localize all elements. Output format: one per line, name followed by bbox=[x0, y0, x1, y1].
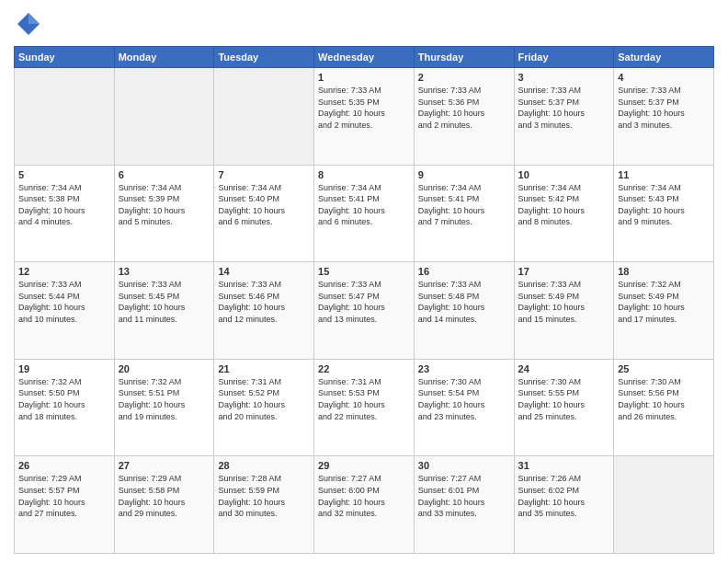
day-number: 1 bbox=[318, 72, 410, 83]
calendar-cell: 30Sunrise: 7:27 AM Sunset: 6:01 PM Dayli… bbox=[414, 456, 514, 554]
calendar-cell bbox=[114, 68, 214, 166]
day-number: 11 bbox=[618, 169, 710, 180]
cell-details: Sunrise: 7:33 AM Sunset: 5:49 PM Dayligh… bbox=[518, 279, 610, 325]
calendar-cell: 14Sunrise: 7:33 AM Sunset: 5:46 PM Dayli… bbox=[214, 262, 314, 360]
cell-details: Sunrise: 7:34 AM Sunset: 5:43 PM Dayligh… bbox=[618, 182, 710, 228]
calendar-week-5: 26Sunrise: 7:29 AM Sunset: 5:57 PM Dayli… bbox=[15, 456, 714, 554]
cell-details: Sunrise: 7:34 AM Sunset: 5:39 PM Dayligh… bbox=[119, 182, 210, 228]
day-number: 16 bbox=[418, 266, 510, 277]
calendar-table: SundayMondayTuesdayWednesdayThursdayFrid… bbox=[14, 46, 714, 554]
day-number: 29 bbox=[318, 460, 410, 471]
calendar-cell: 29Sunrise: 7:27 AM Sunset: 6:00 PM Dayli… bbox=[314, 456, 415, 554]
day-number: 9 bbox=[418, 169, 510, 180]
day-number: 17 bbox=[518, 266, 610, 277]
cell-details: Sunrise: 7:32 AM Sunset: 5:50 PM Dayligh… bbox=[18, 376, 110, 422]
day-number: 24 bbox=[518, 363, 610, 374]
day-number: 13 bbox=[119, 266, 210, 277]
day-of-week-row: SundayMondayTuesdayWednesdayThursdayFrid… bbox=[15, 47, 714, 68]
day-number: 14 bbox=[218, 266, 310, 277]
calendar-cell: 27Sunrise: 7:29 AM Sunset: 5:58 PM Dayli… bbox=[114, 456, 214, 554]
day-header-tuesday: Tuesday bbox=[214, 47, 314, 68]
cell-details: Sunrise: 7:33 AM Sunset: 5:44 PM Dayligh… bbox=[18, 279, 110, 325]
day-number: 7 bbox=[218, 169, 310, 180]
day-header-sunday: Sunday bbox=[15, 47, 115, 68]
cell-details: Sunrise: 7:27 AM Sunset: 6:00 PM Dayligh… bbox=[318, 473, 410, 519]
cell-details: Sunrise: 7:34 AM Sunset: 5:41 PM Dayligh… bbox=[418, 182, 510, 228]
cell-details: Sunrise: 7:33 AM Sunset: 5:48 PM Dayligh… bbox=[418, 279, 510, 325]
day-header-friday: Friday bbox=[514, 47, 614, 68]
calendar-cell: 25Sunrise: 7:30 AM Sunset: 5:56 PM Dayli… bbox=[614, 359, 714, 456]
calendar-cell bbox=[614, 456, 714, 554]
calendar-cell: 6Sunrise: 7:34 AM Sunset: 5:39 PM Daylig… bbox=[114, 165, 214, 262]
calendar-cell: 17Sunrise: 7:33 AM Sunset: 5:49 PM Dayli… bbox=[514, 262, 614, 360]
cell-details: Sunrise: 7:34 AM Sunset: 5:42 PM Dayligh… bbox=[518, 182, 610, 228]
calendar-cell: 22Sunrise: 7:31 AM Sunset: 5:53 PM Dayli… bbox=[314, 359, 415, 456]
calendar-cell: 13Sunrise: 7:33 AM Sunset: 5:45 PM Dayli… bbox=[114, 262, 214, 360]
calendar-cell: 12Sunrise: 7:33 AM Sunset: 5:44 PM Dayli… bbox=[15, 262, 115, 360]
calendar-cell: 23Sunrise: 7:30 AM Sunset: 5:54 PM Dayli… bbox=[414, 359, 514, 456]
day-number: 28 bbox=[218, 460, 310, 471]
day-header-monday: Monday bbox=[114, 47, 214, 68]
day-number: 25 bbox=[618, 363, 710, 374]
calendar-cell: 31Sunrise: 7:26 AM Sunset: 6:02 PM Dayli… bbox=[514, 456, 614, 554]
day-number: 2 bbox=[418, 72, 510, 83]
cell-details: Sunrise: 7:33 AM Sunset: 5:37 PM Dayligh… bbox=[618, 85, 710, 131]
cell-details: Sunrise: 7:34 AM Sunset: 5:40 PM Dayligh… bbox=[218, 182, 310, 228]
day-number: 19 bbox=[18, 363, 110, 374]
day-number: 5 bbox=[18, 169, 110, 180]
cell-details: Sunrise: 7:26 AM Sunset: 6:02 PM Dayligh… bbox=[518, 473, 610, 519]
day-number: 21 bbox=[218, 363, 310, 374]
day-number: 18 bbox=[618, 266, 710, 277]
day-header-wednesday: Wednesday bbox=[314, 47, 415, 68]
cell-details: Sunrise: 7:29 AM Sunset: 5:58 PM Dayligh… bbox=[119, 473, 210, 519]
day-number: 20 bbox=[119, 363, 210, 374]
cell-details: Sunrise: 7:33 AM Sunset: 5:45 PM Dayligh… bbox=[119, 279, 210, 325]
cell-details: Sunrise: 7:33 AM Sunset: 5:46 PM Dayligh… bbox=[218, 279, 310, 325]
cell-details: Sunrise: 7:30 AM Sunset: 5:56 PM Dayligh… bbox=[618, 376, 710, 422]
day-number: 4 bbox=[618, 72, 710, 83]
calendar-cell: 11Sunrise: 7:34 AM Sunset: 5:43 PM Dayli… bbox=[614, 165, 714, 262]
day-number: 12 bbox=[18, 266, 110, 277]
calendar-cell: 9Sunrise: 7:34 AM Sunset: 5:41 PM Daylig… bbox=[414, 165, 514, 262]
day-number: 31 bbox=[518, 460, 610, 471]
cell-details: Sunrise: 7:29 AM Sunset: 5:57 PM Dayligh… bbox=[18, 473, 110, 519]
day-number: 30 bbox=[418, 460, 510, 471]
cell-details: Sunrise: 7:32 AM Sunset: 5:51 PM Dayligh… bbox=[119, 376, 210, 422]
calendar-cell: 8Sunrise: 7:34 AM Sunset: 5:41 PM Daylig… bbox=[314, 165, 415, 262]
day-number: 3 bbox=[518, 72, 610, 83]
cell-details: Sunrise: 7:27 AM Sunset: 6:01 PM Dayligh… bbox=[418, 473, 510, 519]
calendar-cell: 4Sunrise: 7:33 AM Sunset: 5:37 PM Daylig… bbox=[614, 68, 714, 166]
calendar-cell: 24Sunrise: 7:30 AM Sunset: 5:55 PM Dayli… bbox=[514, 359, 614, 456]
logo-icon bbox=[14, 9, 43, 39]
cell-details: Sunrise: 7:32 AM Sunset: 5:49 PM Dayligh… bbox=[618, 279, 710, 325]
day-number: 15 bbox=[318, 266, 410, 277]
cell-details: Sunrise: 7:34 AM Sunset: 5:41 PM Dayligh… bbox=[318, 182, 410, 228]
calendar-cell: 21Sunrise: 7:31 AM Sunset: 5:52 PM Dayli… bbox=[214, 359, 314, 456]
calendar-cell: 2Sunrise: 7:33 AM Sunset: 5:36 PM Daylig… bbox=[414, 68, 514, 166]
calendar-cell: 28Sunrise: 7:28 AM Sunset: 5:59 PM Dayli… bbox=[214, 456, 314, 554]
calendar-cell: 18Sunrise: 7:32 AM Sunset: 5:49 PM Dayli… bbox=[614, 262, 714, 360]
calendar-cell: 10Sunrise: 7:34 AM Sunset: 5:42 PM Dayli… bbox=[514, 165, 614, 262]
calendar-cell: 7Sunrise: 7:34 AM Sunset: 5:40 PM Daylig… bbox=[214, 165, 314, 262]
cell-details: Sunrise: 7:30 AM Sunset: 5:54 PM Dayligh… bbox=[418, 376, 510, 422]
day-number: 22 bbox=[318, 363, 410, 374]
calendar-body: 1Sunrise: 7:33 AM Sunset: 5:35 PM Daylig… bbox=[15, 68, 714, 554]
header bbox=[14, 9, 714, 39]
calendar-week-2: 5Sunrise: 7:34 AM Sunset: 5:38 PM Daylig… bbox=[15, 165, 714, 262]
cell-details: Sunrise: 7:30 AM Sunset: 5:55 PM Dayligh… bbox=[518, 376, 610, 422]
calendar-cell: 16Sunrise: 7:33 AM Sunset: 5:48 PM Dayli… bbox=[414, 262, 514, 360]
calendar-cell: 5Sunrise: 7:34 AM Sunset: 5:38 PM Daylig… bbox=[15, 165, 115, 262]
cell-details: Sunrise: 7:33 AM Sunset: 5:36 PM Dayligh… bbox=[418, 85, 510, 131]
calendar-week-4: 19Sunrise: 7:32 AM Sunset: 5:50 PM Dayli… bbox=[15, 359, 714, 456]
calendar-week-3: 12Sunrise: 7:33 AM Sunset: 5:44 PM Dayli… bbox=[15, 262, 714, 360]
cell-details: Sunrise: 7:31 AM Sunset: 5:53 PM Dayligh… bbox=[318, 376, 410, 422]
day-header-thursday: Thursday bbox=[414, 47, 514, 68]
calendar-cell: 20Sunrise: 7:32 AM Sunset: 5:51 PM Dayli… bbox=[114, 359, 214, 456]
day-number: 23 bbox=[418, 363, 510, 374]
cell-details: Sunrise: 7:33 AM Sunset: 5:47 PM Dayligh… bbox=[318, 279, 410, 325]
day-number: 10 bbox=[518, 169, 610, 180]
cell-details: Sunrise: 7:28 AM Sunset: 5:59 PM Dayligh… bbox=[218, 473, 310, 519]
page: SundayMondayTuesdayWednesdayThursdayFrid… bbox=[0, 0, 728, 563]
calendar-cell: 3Sunrise: 7:33 AM Sunset: 5:37 PM Daylig… bbox=[514, 68, 614, 166]
calendar-week-1: 1Sunrise: 7:33 AM Sunset: 5:35 PM Daylig… bbox=[15, 68, 714, 166]
